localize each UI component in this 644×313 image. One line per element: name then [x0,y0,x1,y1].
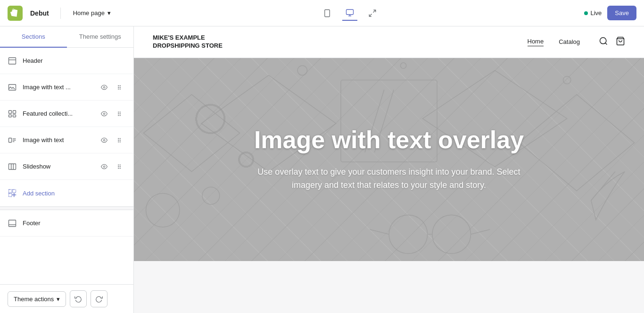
store-header: MIKE'S EXAMPLE DROPSHIPPING STORE Home C… [134,26,644,58]
drag-icon [116,137,123,144]
live-label: Live [591,9,602,17]
svg-point-34 [120,138,120,138]
image-text-overlay-actions [98,81,126,94]
image-text-overlay-icon [8,83,17,92]
sidebar-scroll: Header Image with text ... [0,48,133,284]
svg-rect-0 [324,9,330,17]
topbar: Debut Home page ▾ [0,0,644,26]
svg-point-21 [103,113,105,115]
theme-actions-button[interactable]: Theme actions ▾ [8,291,66,307]
store-icons [599,36,625,48]
svg-point-12 [120,85,120,85]
sidebar: Sections Theme settings Header [0,26,134,313]
svg-rect-20 [13,115,16,117]
add-section-label: Add section [23,190,55,197]
topbar-right: Live Save [584,6,637,20]
eye-icon [101,110,107,117]
svg-point-11 [118,85,119,85]
svg-point-14 [120,87,120,87]
fullscreen-view-btn[interactable] [365,6,380,21]
store-nav: Home Catalog [528,38,580,46]
image-text-overlay-label: Image with text ... [23,84,92,91]
sidebar-item-header[interactable]: Header [0,48,133,74]
svg-rect-28 [9,138,12,142]
image-text-overlay-visibility-btn[interactable] [98,81,111,94]
sidebar-separator [0,206,133,210]
svg-point-48 [120,168,120,168]
nav-home[interactable]: Home [528,38,544,46]
mobile-view-btn[interactable] [320,6,335,21]
svg-point-74 [297,66,307,75]
sidebar-item-image-with-text-overlay[interactable]: Image with text ... [0,74,133,101]
live-badge: Live [584,9,602,17]
featured-collection-drag-btn[interactable] [113,107,126,120]
store-name: MIKE'S EXAMPLE DROPSHIPPING STORE [153,34,228,50]
sidebar-item-footer[interactable]: Footer [0,210,133,237]
svg-point-43 [118,164,119,165]
svg-point-10 [103,86,105,88]
svg-point-67 [432,215,471,254]
sidebar-tabs: Sections Theme settings [0,26,133,48]
svg-line-70 [471,229,490,234]
svg-point-25 [120,113,120,114]
slideshow-label: Slideshow [23,163,92,170]
svg-point-24 [118,113,119,114]
featured-collection-icon [8,109,17,118]
save-button[interactable]: Save [607,6,636,20]
slideshow-visibility-btn[interactable] [98,160,111,173]
theme-actions-chevron: ▾ [57,296,60,303]
image-text-overlay-drag-btn[interactable] [113,81,126,94]
svg-point-44 [120,164,120,165]
nav-catalog[interactable]: Catalog [559,38,580,45]
redo-icon [95,295,103,303]
svg-point-15 [118,88,119,89]
image-with-text-icon [8,135,17,145]
sidebar-item-image-with-text[interactable]: Image with text [0,127,133,153]
cart-icon[interactable] [616,36,625,48]
slideshow-icon [8,162,17,171]
svg-rect-51 [9,194,12,197]
svg-point-45 [118,166,119,167]
redo-button[interactable] [91,290,107,307]
svg-point-46 [120,166,120,167]
image-with-text-drag-btn[interactable] [113,134,126,147]
preview-area: MIKE'S EXAMPLE DROPSHIPPING STORE Home C… [134,26,644,313]
page-selector[interactable]: Home page ▾ [68,7,116,19]
sidebar-item-slideshow[interactable]: Slideshow [0,153,133,180]
sidebar-item-featured-collection[interactable]: Featured collecti... [0,101,133,127]
svg-rect-7 [9,58,16,64]
undo-button[interactable] [70,290,87,307]
hero-section: Image with text overlay Use overlay text… [134,58,644,261]
svg-point-66 [389,215,428,254]
svg-line-57 [605,43,607,45]
drag-icon [116,110,123,117]
image-with-text-label: Image with text [23,136,92,144]
desktop-view-btn[interactable] [342,6,357,21]
svg-point-37 [118,141,119,142]
topbar-divider [60,8,61,19]
tab-theme-settings[interactable]: Theme settings [67,26,134,48]
tab-sections[interactable]: Sections [0,26,67,48]
svg-point-32 [103,139,105,141]
image-with-text-visibility-btn[interactable] [98,134,111,147]
theme-actions-label: Theme actions [14,296,54,303]
add-section-item[interactable]: Add section [0,180,133,206]
svg-rect-17 [9,110,12,113]
eye-icon [101,163,107,170]
svg-rect-50 [13,190,16,193]
svg-point-36 [120,140,120,140]
featured-collection-visibility-btn[interactable] [98,107,111,120]
svg-point-47 [118,168,119,168]
live-indicator [584,11,588,15]
svg-point-35 [118,140,119,140]
slideshow-drag-btn[interactable] [113,160,126,173]
fullscreen-icon [368,9,377,17]
svg-line-5 [373,10,375,12]
svg-rect-19 [9,115,12,117]
desktop-icon [346,8,354,17]
header-label: Header [23,57,126,64]
svg-point-38 [120,141,120,142]
slideshow-actions [98,160,126,173]
search-icon[interactable] [599,36,608,48]
svg-point-13 [118,87,119,87]
